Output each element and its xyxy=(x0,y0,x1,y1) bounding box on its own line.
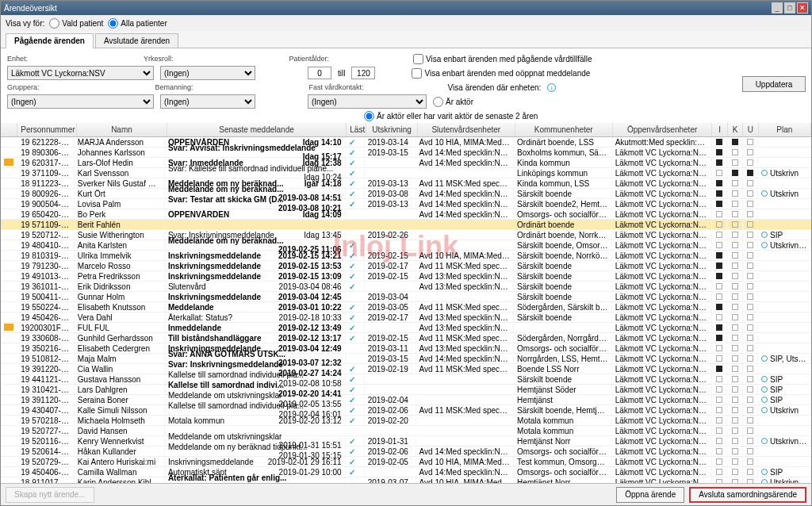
check-icon: ✓ xyxy=(349,179,355,188)
table-row[interactable]: 19 450406-9248Camilla WallmanAutomatiskt… xyxy=(1,467,811,477)
table-row[interactable]: 19 310421-9096Lars DahlgrenKallelse till… xyxy=(1,385,811,395)
table-row[interactable]: 19 520729-9291Kai Antero Huriskai:miInsk… xyxy=(1,457,811,467)
flag-icon xyxy=(4,324,13,331)
check-icon: ✓ xyxy=(349,437,355,446)
open-button[interactable]: Öppna ärende xyxy=(616,487,684,503)
fvk-select[interactable]: (Ingen) xyxy=(308,94,427,109)
table-row[interactable]: 19 520727-2252David Hansen Motala kommun… xyxy=(1,426,811,436)
table-row[interactable]: 19 800926-9252Kurt ÖrtMeddelande om ny b… xyxy=(1,189,811,199)
check-icon: ✓ xyxy=(349,385,355,394)
table-row[interactable]: 19 430407-4695Kalle Simuli NilssonKallel… xyxy=(1,405,811,416)
table-row[interactable]: 19 810319-9241Ulrika ImmelvikInskrivning… xyxy=(1,251,811,261)
table-row[interactable]: 19 650420-3792Bo PerkÖPPENVÅRDEN Idag 14… xyxy=(1,209,811,220)
table-row[interactable]: 19 621228-2583MARJA AnderssonÖPPENVÅRDEN… xyxy=(1,137,811,148)
enhet-label: Enhet: xyxy=(7,55,28,63)
col-u[interactable]: U xyxy=(743,123,758,136)
tabs: Pågående ärenden Avslutade ärenden xyxy=(1,31,811,48)
check-icon: ✓ xyxy=(349,365,355,374)
patientalder-label: Patientålder: xyxy=(289,55,330,63)
cb-vardtillfalle[interactable]: Visa enbart ärenden med pågående vårdtil… xyxy=(413,54,592,64)
yrkesroll-select[interactable]: (Ingen) xyxy=(160,66,255,80)
col-name[interactable]: Namn xyxy=(77,123,167,136)
table-row[interactable]: 19 391120-3015Seraina BonerMeddelande om… xyxy=(1,395,811,405)
bemanning-label: Bemanning: xyxy=(155,83,193,91)
maximize-button[interactable]: □ xyxy=(784,2,795,13)
footer: Skapa nytt ärende... Öppna ärende Avslut… xyxy=(1,483,811,505)
table-row[interactable]: 19 350216-8788Elisabeth CedergrenInskriv… xyxy=(1,343,811,354)
table-row[interactable]: 19 900504-2388Lovisa PalmSvar: Testar at… xyxy=(1,199,811,209)
col-slut[interactable]: Slutenvårdsenheter xyxy=(418,123,515,136)
check-icon: ✓ xyxy=(349,241,355,250)
table-row[interactable]: 19 361011-9053Erik DidrikssonSlutenvård … xyxy=(1,282,811,292)
table-header: Personnummer Namn Senaste meddelande Läs… xyxy=(1,123,811,137)
table-row[interactable]: 18 911223-9810Sverker Nils Gustaf Stenlu… xyxy=(1,178,811,189)
check-icon: ✓ xyxy=(349,396,355,404)
table-row[interactable]: 19 510812-2143Maja MalmSvar: ANNA GÖTMAR… xyxy=(1,354,811,364)
col-plan[interactable]: Plan xyxy=(759,123,811,136)
check-icon: ✓ xyxy=(349,262,355,270)
table-row[interactable]: 19 620317-3056Lars-Olof HedinSvar: Inmed… xyxy=(1,158,811,168)
table-row[interactable]: 19 791230-9296Marcelo RossoInskrivningsm… xyxy=(1,261,811,271)
table-row[interactable]: 19200301F0000FUL FULInmeddelande 2019-02… xyxy=(1,323,811,333)
check-icon: ✓ xyxy=(349,313,355,322)
till-label: till xyxy=(338,69,345,78)
radio-aktor[interactable]: Är aktör xyxy=(433,97,473,107)
check-icon: ✓ xyxy=(349,138,355,147)
close-button[interactable]: ✕ xyxy=(797,2,808,13)
gruppera-select[interactable]: (Ingen) xyxy=(7,94,154,109)
info-icon[interactable]: i xyxy=(547,83,556,92)
table-row[interactable]: 19 520712-2184Susie WitheringtonSvar: In… xyxy=(1,230,811,240)
table-row[interactable]: 19 500411-2354Gunnar HolmInskrivningsmed… xyxy=(1,292,811,302)
table-row[interactable]: 19 520116-1857Kenry WennerkvistMeddeland… xyxy=(1,436,811,447)
check-icon: ✓ xyxy=(349,324,355,332)
show-label: Visa ärenden där enheten: xyxy=(448,83,542,92)
age-from[interactable] xyxy=(308,67,331,79)
cb-meddelande[interactable]: Visa enbart ärenden med oöppnat meddelan… xyxy=(412,68,590,79)
table-row[interactable]: 19 571109-2642Berit Fahlén Ordinärt boen… xyxy=(1,220,811,230)
table-row[interactable]: 19 450426-9087Vera DahlÅterkallat: Statu… xyxy=(1,312,811,323)
radio-aktor-2ar[interactable]: Är aktör eller har varit aktör de senast… xyxy=(364,111,538,121)
table-body[interactable]: 19 621228-2583MARJA AnderssonÖPPENVÅRDEN… xyxy=(1,137,811,483)
col-disch[interactable]: Utskrivning xyxy=(366,123,418,136)
col-komm[interactable]: Kommunenheter xyxy=(515,123,613,136)
window-title: Ärendeöversikt xyxy=(4,4,770,13)
radio-alla-patienter[interactable]: Alla patienter xyxy=(108,18,167,29)
table-row[interactable]: 19 391220-7242Cia WallinSvar: Inskrivnin… xyxy=(1,364,811,374)
col-pn[interactable]: Personnummer xyxy=(17,123,77,136)
age-to[interactable] xyxy=(351,67,375,79)
table-row[interactable]: 19 890306-9915Johannes KarlssonSvar: Avv… xyxy=(1,148,811,158)
col-opp[interactable]: Öppenvårdsenheter xyxy=(613,123,713,136)
col-msg[interactable]: Senaste meddelande xyxy=(167,123,347,136)
minimize-button[interactable]: _ xyxy=(772,2,783,13)
tab-pagaende[interactable]: Pågående ärenden xyxy=(6,33,94,48)
col-i[interactable]: I xyxy=(712,123,727,136)
col-k[interactable]: K xyxy=(728,123,743,136)
yrkesroll-label: Yrkesroll: xyxy=(144,55,174,63)
gruppera-label: Gruppera: xyxy=(7,83,40,91)
col-last[interactable]: Läst xyxy=(347,123,366,136)
radio-vald-patient[interactable]: Vald patient xyxy=(49,18,103,29)
table-row[interactable]: 19 570218-2568Michaela HolmsethMotala ko… xyxy=(1,416,811,426)
check-icon: ✓ xyxy=(349,282,355,291)
table-row[interactable]: 19 520614-2597Håkan KullanderMeddelande … xyxy=(1,447,811,457)
update-button[interactable]: Uppdatera xyxy=(742,76,806,92)
check-icon: ✓ xyxy=(349,148,355,157)
table-row[interactable]: 19 480410-2665Anita KarlstenMeddelande o… xyxy=(1,240,811,251)
table-row[interactable]: 19 441121-9183Gustava HanssonKallelse ti… xyxy=(1,374,811,385)
table-row[interactable]: 19 550224-2887Elisabeth KnutssonMeddelan… xyxy=(1,302,811,312)
check-icon: ✓ xyxy=(349,416,355,425)
create-new-button: Skapa nytt ärende... xyxy=(6,487,94,503)
close-coord-button[interactable]: Avsluta samordningsärende xyxy=(689,487,806,503)
table-row[interactable]: 18 911017-9802Karin Andersson KihlbergÅt… xyxy=(1,477,811,483)
check-icon: ✓ xyxy=(349,200,355,209)
check-icon: ✓ xyxy=(349,303,355,312)
filters: Enhet: Yrkesroll: Patientålder: Visa enb… xyxy=(1,48,811,123)
enhet-select[interactable]: Läkmott VC Lyckorna:NSV xyxy=(7,66,154,80)
bemanning-select[interactable]: (Ingen) xyxy=(160,94,255,109)
table-row[interactable]: 19 330608-6947Gunhild GerhardssonTill bi… xyxy=(1,333,811,343)
table-row[interactable]: 19 491013-2507Petra FredrikssonInskrivni… xyxy=(1,271,811,282)
check-icon: ✓ xyxy=(349,406,355,415)
check-icon: ✓ xyxy=(349,458,355,466)
table-row[interactable]: 19 371109-9113Karl SvenssonSvar: Kallels… xyxy=(1,168,811,178)
tab-avslutade[interactable]: Avslutade ärenden xyxy=(95,33,178,48)
